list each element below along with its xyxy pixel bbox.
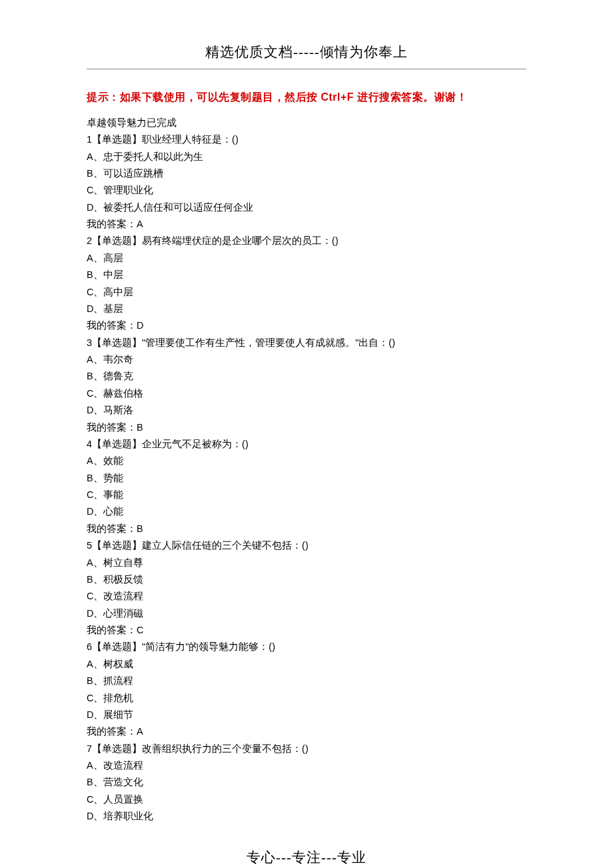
question-option: C、赫兹伯格 bbox=[87, 385, 526, 402]
question-option: D、心能 bbox=[87, 503, 526, 520]
question-option: D、展细节 bbox=[87, 707, 526, 723]
question-option: A、树权威 bbox=[87, 656, 526, 673]
question-option: C、改造流程 bbox=[87, 588, 526, 605]
page-footer: 专心---专注---专业 bbox=[87, 845, 526, 869]
questions-container: 1【单选题】职业经理人特征是：()A、忠于委托人和以此为生B、可以适应跳槽C、管… bbox=[87, 131, 526, 825]
question-option: C、管理职业化 bbox=[87, 182, 526, 199]
question-title: 1【单选题】职业经理人特征是：() bbox=[87, 131, 526, 148]
question-option: B、积极反馈 bbox=[87, 571, 526, 588]
header-underline bbox=[87, 69, 526, 69]
question-option: D、马斯洛 bbox=[87, 402, 526, 419]
question-option: B、抓流程 bbox=[87, 673, 526, 689]
question-option: D、基层 bbox=[87, 301, 526, 317]
question-option: B、势能 bbox=[87, 470, 526, 487]
question-option: C、排危机 bbox=[87, 690, 526, 707]
question-title: 2【单选题】易有终端埋伏症的是企业哪个层次的员工：() bbox=[87, 233, 526, 249]
hint-text: 提示：如果下载使用，可以先复制题目，然后按 Ctrl+F 进行搜索答案。谢谢！ bbox=[87, 88, 526, 107]
question-answer: 我的答案：D bbox=[87, 317, 526, 334]
question-option: D、培养职业化 bbox=[87, 808, 526, 825]
question-block: 7【单选题】改善组织执行力的三个变量不包括：()A、改造流程B、营造文化C、人员… bbox=[87, 741, 526, 825]
question-option: A、树立自尊 bbox=[87, 555, 526, 571]
question-option: C、人员置换 bbox=[87, 791, 526, 808]
question-block: 6【单选题】"简洁有力"的领导魅力能够：()A、树权威B、抓流程C、排危机D、展… bbox=[87, 639, 526, 740]
question-title: 6【单选题】"简洁有力"的领导魅力能够：() bbox=[87, 639, 526, 655]
question-option: A、效能 bbox=[87, 453, 526, 469]
question-option: A、韦尔奇 bbox=[87, 351, 526, 368]
question-option: B、中层 bbox=[87, 267, 526, 283]
question-block: 1【单选题】职业经理人特征是：()A、忠于委托人和以此为生B、可以适应跳槽C、管… bbox=[87, 131, 526, 233]
question-option: C、高中层 bbox=[87, 284, 526, 301]
question-option: B、营造文化 bbox=[87, 774, 526, 791]
question-title: 7【单选题】改善组织执行力的三个变量不包括：() bbox=[87, 741, 526, 757]
question-answer: 我的答案：A bbox=[87, 216, 526, 233]
question-option: A、忠于委托人和以此为生 bbox=[87, 149, 526, 165]
question-title: 5【单选题】建立人际信任链的三个关键不包括：() bbox=[87, 537, 526, 554]
question-title: 4【单选题】企业元气不足被称为：() bbox=[87, 436, 526, 453]
question-option: B、德鲁克 bbox=[87, 368, 526, 385]
question-title: 3【单选题】"管理要使工作有生产性，管理要使人有成就感。"出自：() bbox=[87, 335, 526, 351]
question-answer: 我的答案：B bbox=[87, 419, 526, 436]
question-option: A、改造流程 bbox=[87, 757, 526, 774]
page-header: 精选优质文档-----倾情为你奉上 bbox=[87, 40, 526, 65]
question-block: 4【单选题】企业元气不足被称为：()A、效能B、势能C、事能D、心能我的答案：B bbox=[87, 436, 526, 537]
question-option: C、事能 bbox=[87, 487, 526, 503]
question-option: D、被委托人信任和可以适应任何企业 bbox=[87, 199, 526, 216]
question-block: 2【单选题】易有终端埋伏症的是企业哪个层次的员工：()A、高层B、中层C、高中层… bbox=[87, 233, 526, 334]
question-option: D、心理消磁 bbox=[87, 605, 526, 622]
question-block: 5【单选题】建立人际信任链的三个关键不包括：()A、树立自尊B、积极反馈C、改造… bbox=[87, 537, 526, 639]
question-block: 3【单选题】"管理要使工作有生产性，管理要使人有成就感。"出自：()A、韦尔奇B… bbox=[87, 335, 526, 436]
question-answer: 我的答案：A bbox=[87, 723, 526, 740]
question-answer: 我的答案：C bbox=[87, 622, 526, 639]
question-answer: 我的答案：B bbox=[87, 521, 526, 537]
intro-line: 卓越领导魅力已完成 bbox=[87, 115, 526, 131]
question-option: B、可以适应跳槽 bbox=[87, 165, 526, 182]
question-option: A、高层 bbox=[87, 250, 526, 267]
